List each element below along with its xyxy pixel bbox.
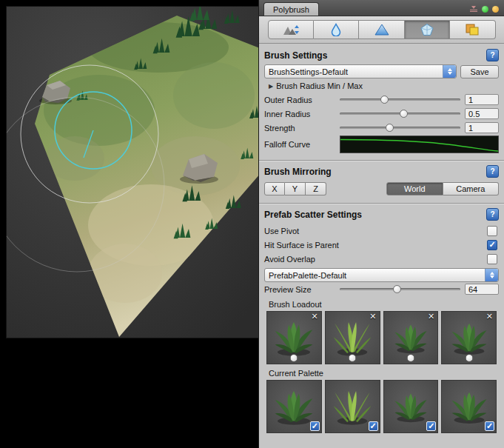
smooth-droplet-icon [329,23,343,36]
plant-thumbnail-image [394,321,428,356]
hit-surface-label: Hit Surface is Parent [264,241,339,250]
plant-thumbnail-image [274,321,314,356]
weight-slider-thumb[interactable] [290,354,298,362]
prefab-scatter-title: Prefab Scatter Settings [264,210,362,220]
plant-thumbnail-image [332,318,372,359]
scatter-prism-icon [419,23,435,36]
help-icon[interactable]: ? [486,165,499,178]
preview-size-slider[interactable] [340,284,460,295]
mode-toolbar [259,16,504,44]
help-icon[interactable]: ? [486,49,499,61]
weight-slider-thumb[interactable] [406,354,414,362]
inner-radius-slider[interactable] [340,108,460,119]
brush-mirroring-section: Brush Mirroring ? X Y Z World Camera [259,160,504,203]
mode-texture-button[interactable] [450,20,495,39]
falloff-curve-graph [340,136,498,153]
inner-radius-slider-thumb[interactable] [400,110,408,118]
mirror-axis-group: X Y Z [264,182,326,195]
remove-prefab-button[interactable]: ✕ [486,312,493,321]
sculpt-mountain-icon [282,23,300,36]
weight-slider-thumb[interactable] [465,354,473,362]
dropdown-stepper-icon [443,65,456,78]
palette-item-checkbox[interactable] [426,421,436,431]
brush-settings-preset-dropdown[interactable]: BrushSettings-Default [264,64,457,78]
plant-thumbnail-image [394,390,428,425]
polybrush-editor-window: Polybrush [0,0,504,448]
weight-slider-thumb[interactable] [349,354,357,362]
falloff-curve-editor[interactable] [340,136,499,153]
palette-thumbnail[interactable] [266,380,322,433]
save-button[interactable]: Save [460,65,499,78]
mode-sculpt-button[interactable] [268,20,314,39]
remove-prefab-button[interactable]: ✕ [369,312,376,321]
foldout-arrow-icon: ▶ [269,83,273,90]
loadout-thumbnail[interactable]: ✕ [325,311,380,364]
mirror-space-camera-button[interactable]: Camera [443,182,500,195]
use-pivot-label: Use Pivot [264,227,299,235]
texture-tiles-icon [464,23,480,36]
window-menu-icon[interactable] [470,6,478,13]
brush-loadout-label: Brush Loadout [269,300,499,309]
polybrush-panel: Polybrush [258,0,504,448]
dropdown-stepper-icon [485,269,498,281]
palette-thumbnail[interactable] [325,380,380,433]
strength-label: Strength [264,124,340,133]
remove-prefab-button[interactable]: ✕ [312,312,318,321]
scene-view[interactable] [6,6,263,338]
palette-item-checkbox[interactable] [369,421,378,431]
brush-radius-foldout[interactable]: ▶ Brush Radius Min / Max [269,80,499,92]
outer-radius-field[interactable]: 1 [465,94,499,105]
brush-settings-section: Brush Settings ? BrushSettings-Default S… [259,44,504,160]
hit-surface-checkbox[interactable] [487,240,497,250]
brush-settings-title: Brush Settings [264,50,327,61]
preview-size-field[interactable]: 64 [465,284,499,295]
terrain-render [7,7,262,338]
yellow-status-dot-icon [492,6,499,13]
avoid-overlap-label: Avoid Overlap [264,255,315,264]
loadout-thumbnail[interactable]: ✕ [441,311,497,364]
falloff-curve-label: Falloff Curve [264,140,340,149]
strength-field[interactable]: 1 [465,122,499,133]
use-pivot-checkbox[interactable] [487,226,497,236]
palette-item-checkbox[interactable] [485,421,494,431]
brush-radius-foldout-label: Brush Radius Min / Max [276,81,363,90]
current-palette-grid [266,380,497,433]
prefab-palette-value: PrefabPalette-Default [265,271,485,280]
mirror-space-world-button[interactable]: World [386,182,443,195]
outer-radius-slider-thumb[interactable] [380,96,389,104]
preview-size-slider-thumb[interactable] [393,285,401,293]
palette-thumbnail[interactable] [441,380,497,433]
brush-settings-preset-value: BrushSettings-Default [265,67,443,76]
mode-smooth-button[interactable] [314,20,359,39]
plant-thumbnail-image [274,390,314,425]
panel-tab-bar: Polybrush [259,0,504,16]
remove-prefab-button[interactable]: ✕ [428,312,434,321]
inner-radius-label: Inner Radius [264,110,340,118]
prefab-scatter-section: Prefab Scatter Settings ? Use Pivot Hit … [259,203,504,441]
mirror-z-button[interactable]: Z [306,182,326,195]
green-status-dot-icon [482,6,488,13]
outer-radius-slider[interactable] [340,94,460,105]
plant-thumbnail-image [451,390,488,425]
strength-slider[interactable] [340,122,460,133]
brush-loadout-grid: ✕ ✕ ✕ ✕ [266,311,497,364]
plant-thumbnail-image [332,387,372,428]
mode-paint-button[interactable] [359,20,404,39]
loadout-thumbnail[interactable]: ✕ [383,311,439,364]
current-palette-label: Current Palette [269,369,499,378]
tab-polybrush[interactable]: Polybrush [263,2,319,16]
strength-slider-thumb[interactable] [386,124,394,132]
mode-scatter-button[interactable] [405,20,450,39]
mirror-x-button[interactable]: X [264,182,285,195]
palette-item-checkbox[interactable] [310,421,320,431]
mirror-y-button[interactable]: Y [285,182,306,195]
mirror-space-toggle: World Camera [386,182,499,195]
avoid-overlap-checkbox[interactable] [487,254,497,264]
plant-thumbnail-image [451,321,488,356]
loadout-thumbnail[interactable]: ✕ [266,311,322,364]
palette-thumbnail[interactable] [383,380,439,433]
help-icon[interactable]: ? [486,208,499,221]
brush-mirroring-title: Brush Mirroring [264,167,332,177]
inner-radius-field[interactable]: 0.5 [465,108,499,119]
prefab-palette-dropdown[interactable]: PrefabPalette-Default [264,268,499,282]
